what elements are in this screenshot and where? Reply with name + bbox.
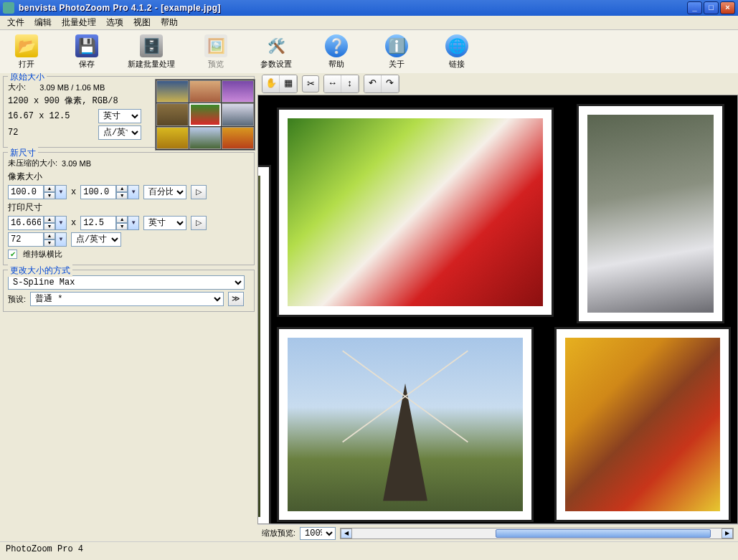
new-batch-button[interactable]: 🗄️新建批量处理: [128, 34, 175, 70]
photo-frame-windmill: [279, 329, 531, 520]
horizontal-scrollbar[interactable]: ◀ ▶: [340, 528, 734, 539]
print-unit-select[interactable]: 英寸: [143, 216, 186, 230]
new-size-group: 新尺寸 未压缩的大小:3.09 MB 像素大小 ▲▼▼ x ▲▼▼ 百分比 ▷ …: [3, 152, 255, 265]
window-title: benvista PhotoZoom Pro 4.1.2 - [example.…: [19, 3, 687, 13]
windmill-icon: [288, 338, 523, 511]
size-value: 3.09 MB / 1.06 MB: [39, 83, 105, 92]
print-res-input[interactable]: [8, 232, 44, 247]
photo-frame-salad: [279, 110, 552, 315]
x-label: x: [71, 218, 76, 228]
spin-down[interactable]: ▼: [44, 239, 55, 247]
drop-icon[interactable]: ▼: [128, 216, 139, 230]
scroll-left-icon[interactable]: ◀: [341, 528, 352, 538]
thumb-cell-selected: [189, 103, 222, 125]
x-label: x: [71, 187, 76, 197]
print-height-input[interactable]: [80, 216, 116, 230]
menu-help[interactable]: 帮助: [156, 15, 182, 30]
fit-height-icon[interactable]: ↕: [341, 75, 359, 92]
status-bar: PhotoZoom Pro 4: [0, 541, 738, 559]
spin-up[interactable]: ▲: [44, 232, 55, 239]
original-size-title: 原始大小: [8, 73, 47, 83]
preview-button[interactable]: 🖼️预览: [197, 34, 235, 70]
spin-up[interactable]: ▲: [116, 185, 128, 192]
zoom-label: 缩放预览:: [262, 528, 295, 538]
pixel-height-input[interactable]: [80, 185, 116, 199]
orig-res-unit[interactable]: 点/英寸: [98, 125, 141, 140]
spin-down[interactable]: ▼: [116, 223, 128, 230]
view-toolbar: ✋ ▦ ✂ ↔ ↕ ↶ ↷: [257, 73, 738, 95]
fit-width-icon[interactable]: ↔: [324, 75, 341, 92]
marquee-tool-icon[interactable]: ▦: [280, 75, 297, 92]
menubar: 文件 编辑 批量处理 选项 视图 帮助: [0, 16, 738, 30]
pixel-size-label: 像素大小: [8, 171, 250, 183]
titlebar: benvista PhotoZoom Pro 4.1.2 - [example.…: [0, 0, 738, 16]
orig-phys: 16.67 x 12.5: [8, 111, 94, 121]
crop-tool-icon[interactable]: ✂: [302, 75, 319, 92]
redo-icon[interactable]: ↷: [382, 75, 399, 92]
drop-icon[interactable]: ▼: [55, 185, 67, 199]
spin-up[interactable]: ▲: [44, 216, 55, 223]
thumb-cell: [222, 127, 254, 149]
thumb-cell: [156, 103, 189, 125]
close-button[interactable]: ×: [720, 1, 735, 14]
link-button[interactable]: 🌐链接: [437, 34, 476, 70]
print-width-input[interactable]: [8, 216, 44, 230]
size-label: 大小:: [8, 82, 26, 92]
right-panel: ✋ ▦ ✂ ↔ ↕ ↶ ↷: [257, 73, 738, 541]
menu-edit[interactable]: 编辑: [30, 15, 56, 30]
uncomp-value: 3.09 MB: [62, 159, 91, 168]
photo-frame-rafting: [557, 329, 729, 520]
thumb-cell: [222, 80, 254, 103]
arrow-button[interactable]: ▷: [191, 185, 207, 199]
print-res-unit-select[interactable]: 点/英寸: [71, 232, 121, 247]
svg-marker-0: [383, 384, 427, 501]
preview-canvas[interactable]: [257, 95, 738, 524]
main-toolbar: 📂打开 💾保存 🗄️新建批量处理 🖼️预览 🛠️参数设置 ❔帮助 ℹ️关于 🌐链…: [0, 30, 738, 73]
spin-up[interactable]: ▲: [44, 185, 55, 192]
menu-batch[interactable]: 批量处理: [57, 15, 100, 30]
pixel-unit-select[interactable]: 百分比: [143, 185, 186, 199]
drop-icon[interactable]: ▼: [55, 216, 67, 230]
photo-frame: [257, 167, 269, 524]
scroll-thumb[interactable]: [496, 529, 711, 538]
about-button[interactable]: ℹ️关于: [377, 34, 416, 70]
undo-icon[interactable]: ↶: [364, 75, 382, 92]
drop-icon[interactable]: ▼: [55, 232, 67, 247]
svg-line-1: [343, 351, 405, 397]
photo-frame-wedding: [579, 106, 722, 321]
pixel-width-input[interactable]: [8, 185, 44, 199]
menu-file[interactable]: 文件: [3, 15, 29, 30]
resize-method-group: 更改大小的方式 S-Spline Max 预设: 普通 * ≫: [3, 270, 255, 312]
aspect-checkbox[interactable]: ✔: [8, 250, 17, 259]
spin-down[interactable]: ▼: [116, 192, 128, 199]
scroll-right-icon[interactable]: ▶: [722, 528, 733, 538]
maximize-button[interactable]: □: [704, 1, 719, 14]
open-button[interactable]: 📂打开: [7, 34, 46, 70]
params-button[interactable]: 🛠️参数设置: [257, 34, 295, 70]
minimize-button[interactable]: _: [687, 1, 702, 14]
spin-up[interactable]: ▲: [116, 216, 128, 223]
navigator-thumbnail[interactable]: [155, 79, 255, 151]
help-button[interactable]: ❔帮助: [317, 34, 356, 70]
app-icon: [3, 2, 14, 14]
orig-phys-unit[interactable]: 英寸: [98, 109, 141, 123]
preset-select[interactable]: 普通 *: [30, 292, 224, 306]
thumb-cell: [189, 127, 222, 149]
print-size-label: 打印尺寸: [8, 201, 250, 214]
aspect-label: 维持纵横比: [23, 249, 62, 260]
hand-tool-icon[interactable]: ✋: [262, 75, 280, 92]
drop-icon[interactable]: ▼: [128, 185, 139, 199]
arrow-button[interactable]: ▷: [191, 216, 207, 230]
thumb-cell: [222, 103, 254, 125]
spin-down[interactable]: ▼: [44, 192, 55, 199]
method-select[interactable]: S-Spline Max: [8, 275, 245, 290]
menu-options[interactable]: 选项: [102, 15, 128, 30]
zoom-select[interactable]: 100%: [300, 527, 336, 540]
spin-down[interactable]: ▼: [44, 223, 55, 230]
save-button[interactable]: 💾保存: [67, 34, 106, 70]
resize-title: 更改大小的方式: [8, 265, 72, 277]
svg-line-2: [405, 351, 468, 397]
preset-more-button[interactable]: ≫: [228, 292, 244, 306]
menu-view[interactable]: 视图: [129, 15, 155, 30]
thumb-cell: [156, 80, 189, 103]
